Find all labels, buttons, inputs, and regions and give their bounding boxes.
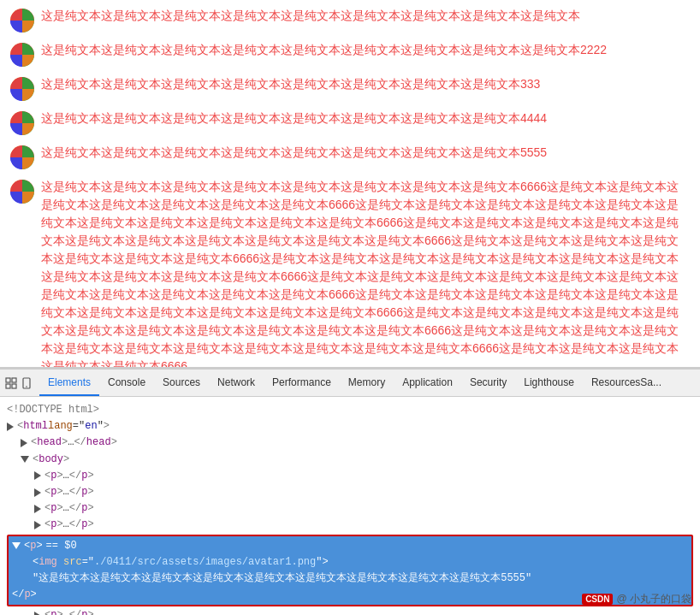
author-label: @ 小丸子的口袋 <box>616 592 691 606</box>
svg-rect-2 <box>12 378 16 382</box>
content-text-6: 这是纯文本这是纯文本这是纯文本这是纯文本这是纯文本这是纯文本这是纯文本这是纯文本… <box>41 178 690 368</box>
list-item: 这是纯文本这是纯文本这是纯文本这是纯文本这是纯文本这是纯文本这是纯文本这是纯文本… <box>10 41 690 67</box>
tab-performance[interactable]: Performance <box>264 370 340 396</box>
avatar <box>10 9 34 33</box>
tab-lighthouse[interactable]: Lighthouse <box>515 370 583 396</box>
content-text-1: 这是纯文本这是纯文本这是纯文本这是纯文本这是纯文本这是纯文本这是纯文本这是纯文本… <box>41 7 580 25</box>
tab-resourcessaver[interactable]: ResourcesSa... <box>583 370 670 396</box>
content-text-3: 这是纯文本这是纯文本这是纯文本这是纯文本这是纯文本这是纯文本这是纯文本这是纯文本… <box>41 75 540 93</box>
expand-p4-icon[interactable] <box>34 521 41 529</box>
code-text-line: "这是纯文本这是纯文本这是纯文本这是纯文本这是纯文本这是纯文本这是纯文本这是纯文… <box>33 571 531 587</box>
content-text-5: 这是纯文本这是纯文本这是纯文本这是纯文本这是纯文本这是纯文本这是纯文本这是纯文本… <box>41 144 547 162</box>
content-area: 这是纯文本这是纯文本这是纯文本这是纯文本这是纯文本这是纯文本这是纯文本这是纯文本… <box>0 0 700 368</box>
list-item: 这是纯文本这是纯文本这是纯文本这是纯文本这是纯文本这是纯文本这是纯文本这是纯文本… <box>10 109 690 135</box>
devtools-code-panel: <!DOCTYPE html> <html lang="en"> <head>…… <box>0 397 700 615</box>
svg-rect-3 <box>12 384 16 388</box>
code-line-p5: <p>…</p> <box>34 607 693 615</box>
tab-security[interactable]: Security <box>461 370 515 396</box>
collapse-icon[interactable] <box>7 423 14 431</box>
watermark: CSDN @ 小丸子的口袋 <box>582 592 691 606</box>
tab-application[interactable]: Application <box>394 370 461 396</box>
svg-point-5 <box>26 386 27 387</box>
avatar <box>10 145 34 169</box>
devtools-tab-bar: Elements Console Sources Network Perform… <box>0 370 700 397</box>
avatar <box>10 180 34 204</box>
inspect-icon[interactable] <box>3 376 19 391</box>
list-item: 这是纯文本这是纯文本这是纯文本这是纯文本这是纯文本这是纯文本这是纯文本这是纯文本… <box>10 178 690 368</box>
avatar <box>10 77 34 101</box>
collapse-body-icon[interactable] <box>21 456 29 463</box>
expand-highlighted-icon[interactable] <box>12 542 21 549</box>
code-line-p2: <p>…</p> <box>34 484 693 500</box>
tab-memory[interactable]: Memory <box>340 370 394 396</box>
code-line-body: <body> <box>21 452 693 468</box>
code-line-p4: <p>…</p> <box>34 517 693 533</box>
expand-p1-icon[interactable] <box>34 471 41 480</box>
mobile-icon[interactable] <box>19 376 34 391</box>
expand-p5-icon[interactable] <box>34 612 41 615</box>
tab-network[interactable]: Network <box>209 370 264 396</box>
avatar <box>10 43 34 67</box>
code-line-head: <head>…</head> <box>21 435 693 451</box>
tab-elements[interactable]: Elements <box>39 370 99 396</box>
list-item: 这是纯文本这是纯文本这是纯文本这是纯文本这是纯文本这是纯文本这是纯文本这是纯文本… <box>10 144 690 169</box>
content-text-4: 这是纯文本这是纯文本这是纯文本这是纯文本这是纯文本这是纯文本这是纯文本这是纯文本… <box>41 109 547 127</box>
csdn-logo: CSDN <box>582 594 613 605</box>
code-line-p3: <p>…</p> <box>34 500 693 517</box>
list-item: 这是纯文本这是纯文本这是纯文本这是纯文本这是纯文本这是纯文本这是纯文本这是纯文本… <box>10 7 690 33</box>
tab-console[interactable]: Console <box>99 370 154 396</box>
expand-p2-icon[interactable] <box>34 488 41 497</box>
devtools-icons <box>3 376 34 391</box>
expand-p3-icon[interactable] <box>34 505 41 513</box>
code-line-html: <html lang="en"> <box>7 418 693 435</box>
code-img-line: <img src="./0411/src/assets/images/avata… <box>33 554 329 571</box>
list-item: 这是纯文本这是纯文本这是纯文本这是纯文本这是纯文本这是纯文本这是纯文本这是纯文本… <box>10 75 690 101</box>
svg-rect-0 <box>6 378 10 382</box>
tab-sources[interactable]: Sources <box>154 370 209 396</box>
code-line-doctype: <!DOCTYPE html> <box>7 402 693 418</box>
code-line-p1: <p>…</p> <box>34 468 693 484</box>
avatar <box>10 111 34 135</box>
devtools-panel: Elements Console Sources Network Perform… <box>0 368 700 615</box>
content-text-2: 这是纯文本这是纯文本这是纯文本这是纯文本这是纯文本这是纯文本这是纯文本这是纯文本… <box>41 41 607 59</box>
svg-rect-1 <box>6 384 10 388</box>
expand-icon[interactable] <box>21 439 27 447</box>
